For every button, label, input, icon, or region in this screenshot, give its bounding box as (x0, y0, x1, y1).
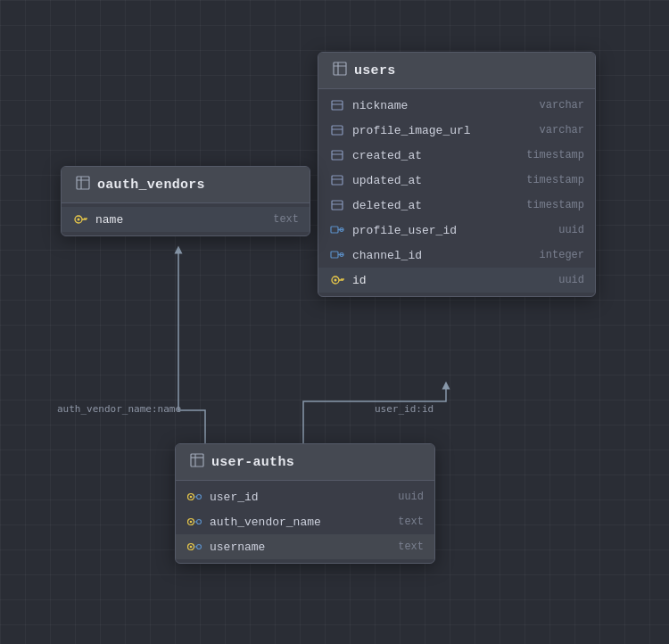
fk-icon (329, 222, 345, 238)
table-row: username text (176, 534, 434, 559)
table-row: created_at timestamp (318, 143, 595, 168)
svg-rect-9 (332, 176, 343, 185)
svg-rect-7 (332, 151, 343, 160)
fk-icon (329, 247, 345, 263)
table-row: channel_id integer (318, 243, 595, 268)
table-users-body: nickname varchar profile_image_url varch… (318, 89, 595, 296)
table-row: nickname varchar (318, 93, 595, 118)
field-name: name (95, 213, 266, 227)
table-row-pk: name text (62, 207, 310, 232)
field-type-username: text (398, 541, 424, 553)
table-user-auths-header: user-auths (176, 444, 434, 481)
pk-icon (329, 272, 345, 288)
fkpk-icon (186, 514, 202, 530)
column-icon (329, 197, 345, 213)
column-icon (329, 122, 345, 138)
svg-rect-5 (332, 126, 343, 135)
field-type-created-at: timestamp (526, 149, 584, 161)
relation-label-userid: user_id:id (375, 403, 434, 415)
field-type-nickname: varchar (540, 99, 584, 111)
svg-rect-0 (334, 62, 346, 75)
svg-point-36 (190, 496, 193, 499)
field-username: username (210, 541, 391, 554)
svg-rect-13 (331, 227, 338, 233)
svg-rect-11 (332, 201, 343, 210)
svg-point-44 (190, 546, 193, 549)
relation-label-authvendor: auth_vendor_name:name (57, 403, 181, 415)
table-user-auths-body: user_id uuid auth_vendor_name text (176, 481, 434, 563)
column-icon (329, 97, 345, 113)
table-row: auth_vendor_name text (176, 509, 434, 534)
svg-point-40 (190, 521, 193, 524)
column-icon (329, 172, 345, 188)
table-users-header: users (318, 53, 595, 89)
table-oauth-vendors-header: oauth_vendors (62, 167, 310, 203)
field-type-channel-id: integer (540, 249, 584, 261)
table-users: users nickname varchar (318, 52, 596, 297)
table-user-auths: user-auths user_id uuid (175, 443, 435, 564)
field-type-name: text (273, 213, 299, 226)
field-type-updated-at: timestamp (526, 174, 584, 186)
field-created-at: created_at (352, 149, 519, 162)
field-type-user-id: uuid (398, 491, 424, 503)
svg-rect-16 (331, 252, 338, 258)
svg-point-20 (334, 279, 337, 282)
field-auth-vendor-name: auth_vendor_name (210, 516, 391, 529)
table-row: updated_at timestamp (318, 168, 595, 193)
field-id: id (352, 274, 551, 287)
field-channel-id: channel_id (352, 249, 533, 262)
fkpk-icon (186, 539, 202, 555)
table-users-title: users (354, 63, 396, 78)
table-row: profile_user_id uuid (318, 218, 595, 243)
field-type-profile-user-id: uuid (558, 224, 584, 236)
field-profile-image-url: profile_image_url (352, 124, 533, 137)
svg-rect-3 (332, 101, 343, 110)
table-oauth-vendors-body: name text (62, 203, 310, 235)
table-icon (333, 62, 347, 79)
svg-point-42 (197, 520, 202, 524)
table-oauth-vendors: oauth_vendors name text (61, 166, 310, 236)
field-deleted-at: deleted_at (352, 199, 519, 212)
field-profile-user-id: profile_user_id (352, 224, 551, 237)
column-icon (329, 147, 345, 163)
table-icon (76, 176, 90, 194)
table-row: profile_image_url varchar (318, 118, 595, 143)
field-updated-at: updated_at (352, 174, 519, 187)
table-row: deleted_at timestamp (318, 193, 595, 218)
field-user-id: user_id (210, 491, 391, 504)
svg-point-38 (197, 495, 202, 500)
svg-point-46 (197, 545, 202, 549)
svg-point-28 (78, 219, 80, 221)
pk-icon (72, 211, 88, 227)
field-type-id: uuid (558, 274, 584, 286)
field-type-deleted-at: timestamp (526, 199, 584, 211)
table-icon (190, 453, 204, 471)
table-row-pk: id uuid (318, 268, 595, 293)
svg-rect-32 (191, 454, 203, 466)
table-row: user_id uuid (176, 484, 434, 509)
field-type-auth-vendor-name: text (398, 516, 424, 528)
table-user-auths-title: user-auths (211, 455, 294, 470)
svg-rect-24 (77, 177, 89, 189)
fkpk-icon (186, 489, 202, 505)
diagram-canvas: user_id:id auth_vendor_name:name users (0, 0, 669, 644)
field-nickname: nickname (352, 99, 533, 112)
field-type-profile-image-url: varchar (540, 124, 584, 136)
table-oauth-vendors-title: oauth_vendors (97, 178, 205, 193)
